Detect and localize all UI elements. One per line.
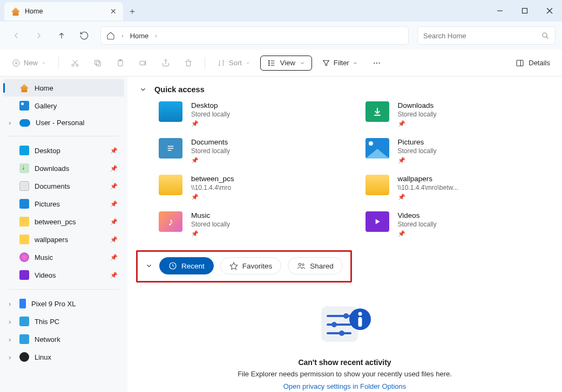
chevron-down-icon[interactable]	[145, 262, 153, 270]
sidebar-item-videos[interactable]: Videos📌	[3, 266, 124, 284]
onedrive-icon	[19, 119, 30, 127]
breadcrumb-segment[interactable]: Home	[130, 32, 149, 40]
ellipsis-icon	[372, 59, 382, 67]
tab-title: Home	[25, 8, 106, 15]
paste-button[interactable]	[112, 56, 129, 71]
qa-item-pictures[interactable]: PicturesStored locally📌	[365, 138, 551, 164]
tab-recent[interactable]: Recent	[159, 257, 214, 274]
empty-link[interactable]: Open privacy settings in Folder Options	[283, 382, 407, 390]
maximize-button[interactable]	[512, 0, 537, 22]
sidebar-item-downloads[interactable]: Downloads📌	[3, 160, 124, 177]
svg-marker-36	[230, 263, 237, 270]
minimize-button[interactable]	[487, 0, 512, 22]
pictures-icon	[19, 199, 29, 209]
pin-icon: 📌	[110, 218, 118, 225]
new-tab-button[interactable]: ＋	[123, 2, 141, 20]
linux-icon	[19, 352, 29, 362]
details-icon	[516, 59, 524, 67]
home-icon	[11, 6, 21, 16]
quick-access-header[interactable]: Quick access	[139, 85, 550, 94]
copy-button[interactable]	[89, 56, 106, 71]
svg-point-47	[358, 312, 362, 316]
sidebar-item-between-pcs[interactable]: between_pcs📌	[3, 213, 124, 230]
qa-item-wallpapers[interactable]: wallpapers\\10.1.4.4\mro\betw...📌	[365, 175, 551, 201]
titlebar: Home ✕ ＋	[0, 0, 562, 22]
sidebar: Home Gallery User - Personal Desktop📌 Do…	[0, 77, 127, 392]
svg-point-41	[343, 313, 349, 319]
qa-item-downloads[interactable]: DownloadsStored locally📌	[365, 101, 551, 127]
list-icon	[267, 59, 276, 67]
qa-item-documents[interactable]: DocumentsStored locally📌	[159, 138, 344, 164]
new-button[interactable]: New	[8, 56, 51, 71]
rename-button[interactable]	[134, 56, 152, 71]
window-tab[interactable]: Home ✕	[4, 2, 123, 20]
sidebar-item-home[interactable]: Home	[3, 79, 124, 97]
sort-button[interactable]: Sort	[213, 56, 255, 71]
pc-icon	[19, 317, 29, 326]
documents-icon	[19, 181, 29, 191]
more-button[interactable]	[368, 56, 386, 71]
nav-back-button[interactable]	[6, 26, 26, 45]
tab-favorites[interactable]: Favorites	[220, 257, 282, 274]
clock-icon	[168, 262, 177, 270]
home-icon	[106, 31, 115, 40]
svg-line-11	[73, 60, 77, 64]
sidebar-item-gallery[interactable]: Gallery	[3, 97, 124, 114]
chevron-down-icon[interactable]	[139, 86, 147, 93]
chevron-right-icon: ›	[155, 32, 157, 39]
sidebar-item-music[interactable]: Music📌	[3, 249, 124, 266]
sidebar-item-network[interactable]: Network	[3, 331, 124, 348]
search-icon	[541, 31, 550, 40]
breadcrumb[interactable]: › Home ›	[100, 26, 409, 45]
qa-item-between-pcs[interactable]: between_pcs\\10.1.4.4\mro📌	[159, 175, 344, 201]
music-icon	[19, 252, 29, 262]
pin-icon: 📌	[110, 254, 118, 261]
svg-point-21	[268, 65, 269, 66]
svg-point-4	[543, 33, 547, 37]
svg-rect-1	[523, 9, 527, 13]
cut-icon	[71, 59, 79, 67]
nav-up-button[interactable]	[52, 26, 71, 45]
sidebar-item-pixel[interactable]: Pixel 9 Pro XL	[3, 295, 124, 312]
home-icon	[19, 83, 29, 93]
recent-empty-state: Can't show recent activity File Explorer…	[139, 300, 550, 390]
tab-close-icon[interactable]: ✕	[110, 7, 117, 16]
pin-icon: 📌	[110, 201, 118, 208]
filter-button[interactable]: Filter	[317, 56, 362, 71]
qa-item-desktop[interactable]: DesktopStored locally📌	[159, 101, 344, 127]
sidebar-item-documents[interactable]: Documents📌	[3, 177, 124, 195]
empty-state-icon	[318, 300, 372, 348]
sidebar-item-desktop[interactable]: Desktop📌	[3, 142, 124, 159]
sidebar-item-user-personal[interactable]: User - Personal	[3, 115, 124, 130]
cut-button[interactable]	[66, 56, 84, 71]
sidebar-item-wallpapers[interactable]: wallpapers📌	[3, 231, 124, 248]
nav-refresh-button[interactable]	[75, 26, 94, 45]
pin-icon: 📌	[191, 157, 230, 164]
window-close-button[interactable]	[537, 0, 562, 22]
pin-icon: 📌	[110, 183, 118, 190]
share-icon	[161, 59, 170, 67]
rename-icon	[139, 59, 147, 67]
separator	[9, 136, 119, 136]
search-box[interactable]	[417, 26, 556, 45]
svg-rect-48	[358, 317, 362, 327]
qa-item-music[interactable]: ♪ MusicStored locally📌	[159, 211, 344, 237]
details-pane-button[interactable]: Details	[511, 56, 554, 71]
share-button[interactable]	[157, 56, 174, 71]
search-input[interactable]	[423, 32, 536, 40]
sidebar-item-this-pc[interactable]: This PC	[3, 313, 124, 330]
delete-button[interactable]	[180, 56, 197, 71]
svg-line-5	[546, 37, 548, 38]
tab-shared[interactable]: Shared	[288, 257, 343, 274]
toolbar: New Sort View Filter Details	[0, 50, 562, 77]
nav-forward-button[interactable]	[29, 26, 49, 45]
sidebar-item-linux[interactable]: Linux	[3, 348, 124, 366]
view-button[interactable]: View	[260, 56, 312, 71]
qa-item-videos[interactable]: VideosStored locally📌	[365, 211, 551, 237]
videos-icon	[19, 270, 29, 280]
filter-icon	[322, 59, 330, 67]
pin-icon: 📌	[191, 194, 234, 201]
pin-icon: 📌	[110, 236, 118, 243]
sidebar-item-pictures[interactable]: Pictures📌	[3, 195, 124, 212]
svg-point-27	[378, 62, 380, 63]
